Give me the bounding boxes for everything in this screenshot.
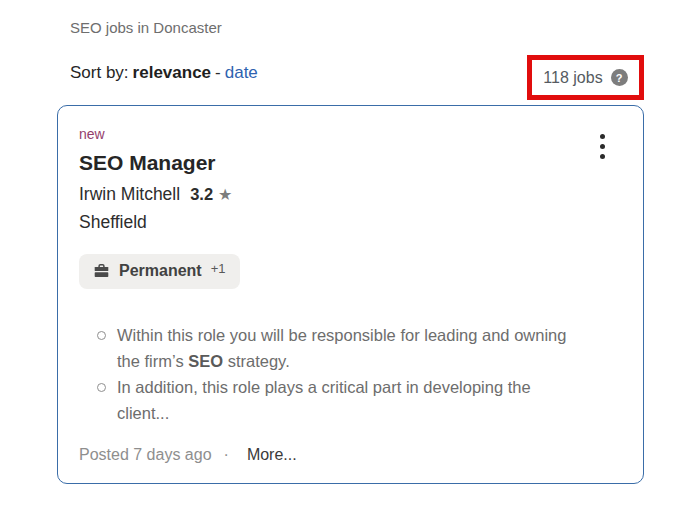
sort-separator: -: [215, 63, 221, 82]
new-badge: new: [79, 126, 622, 142]
job-snippet-list: Within this role you will be responsible…: [79, 322, 622, 426]
kebab-menu-button[interactable]: [596, 130, 609, 163]
job-location: Sheffield: [79, 212, 622, 233]
sort-bar: Sort by:relevance-date: [70, 63, 258, 83]
company-name[interactable]: Irwin Mitchell: [79, 184, 180, 205]
company-row: Irwin Mitchell 3.2 ★: [79, 184, 622, 205]
snippet-item: In addition, this role plays a critical …: [97, 374, 622, 426]
company-rating: 3.2: [190, 185, 213, 204]
footer-separator: ·: [224, 446, 229, 464]
help-icon[interactable]: ?: [611, 69, 628, 86]
posted-date: Posted 7 days ago: [79, 446, 212, 464]
job-title[interactable]: SEO Manager: [79, 150, 622, 175]
bullet-marker-icon: [97, 383, 106, 392]
job-type-extra-count: +1: [211, 261, 226, 276]
snippet-item: Within this role you will be responsible…: [97, 322, 622, 374]
kebab-dot: [600, 154, 605, 159]
jobs-count-highlight-box: 118 jobs ?: [527, 55, 644, 100]
briefcase-icon: [93, 263, 110, 280]
snippet-text: In addition, this role plays a critical …: [117, 374, 579, 426]
star-icon: ★: [218, 185, 232, 204]
sort-option-relevance[interactable]: relevance: [133, 63, 211, 82]
kebab-dot: [600, 144, 605, 149]
job-search-results-page: SEO jobs in Doncaster Sort by:relevance-…: [0, 0, 693, 516]
kebab-dot: [600, 134, 605, 139]
sort-by-label: Sort by:: [70, 63, 129, 82]
job-card[interactable]: new SEO Manager Irwin Mitchell 3.2 ★ She…: [57, 105, 644, 484]
more-link[interactable]: More...: [247, 446, 297, 464]
sort-option-date[interactable]: date: [225, 63, 258, 82]
job-type-label: Permanent: [119, 262, 202, 280]
bullet-marker-icon: [97, 331, 106, 340]
snippet-text: Within this role you will be responsible…: [117, 322, 579, 374]
card-footer: Posted 7 days ago · More...: [79, 446, 297, 464]
jobs-count-label: 118 jobs: [543, 69, 602, 87]
job-type-badge: Permanent +1: [79, 254, 240, 289]
results-header: SEO jobs in Doncaster: [70, 19, 222, 36]
